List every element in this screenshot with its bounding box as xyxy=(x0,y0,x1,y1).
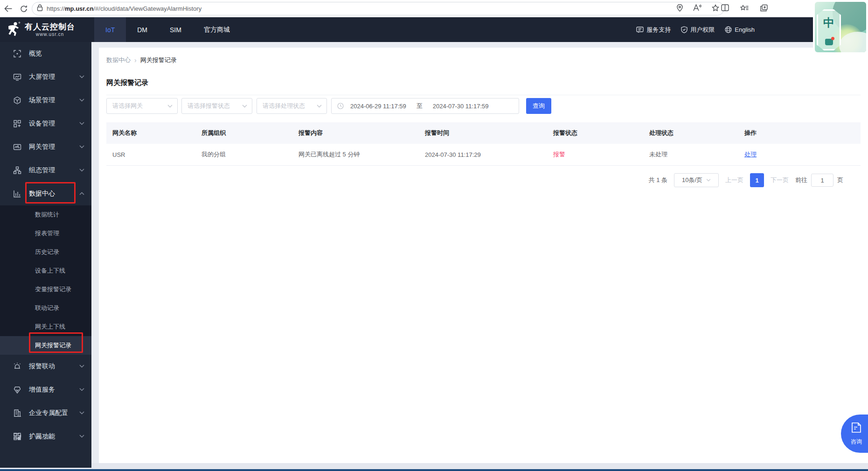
usr-logo-icon xyxy=(7,21,21,38)
window-bottom-edge xyxy=(0,469,868,471)
tab-mall[interactable]: 官方商城 xyxy=(193,17,241,42)
current-page-button[interactable]: 1 xyxy=(750,173,764,187)
page-size-select[interactable]: 10条/页 xyxy=(674,173,719,187)
logo[interactable]: 有人云控制台 www.usr.cn xyxy=(0,17,91,42)
sidebar-item-screen-mgmt[interactable]: 大屏管理 xyxy=(0,65,91,89)
cell-alarm-content: 网关已离线超过 5 分钟 xyxy=(299,150,425,159)
refresh-icon[interactable] xyxy=(16,4,32,13)
location-pin-icon[interactable] xyxy=(677,4,683,14)
pagination: 共 1 条 10条/页 上一页 1 下一页 前往 页 xyxy=(649,173,843,188)
tab-sim[interactable]: SIM xyxy=(159,17,193,42)
goto-page-input[interactable] xyxy=(811,174,833,187)
language-switch[interactable]: English xyxy=(725,26,755,33)
split-screen-icon[interactable] xyxy=(721,4,729,13)
device-icon xyxy=(13,120,21,128)
handle-status-select[interactable]: 请选择处理状态 xyxy=(257,98,327,114)
favorites-list-icon[interactable] xyxy=(740,4,749,14)
clock-icon xyxy=(337,103,344,109)
total-count: 共 1 条 xyxy=(649,176,667,184)
col-alarm-status: 报警状态 xyxy=(553,129,649,137)
globe-icon xyxy=(725,26,732,33)
sidebar-item-data-center[interactable]: 数据中心 xyxy=(0,182,91,205)
service-support[interactable]: 服务支持 xyxy=(636,26,671,34)
col-gateway-name: 网关名称 xyxy=(106,129,201,137)
sidebar-item-device-online-offline[interactable]: 设备上下线 xyxy=(0,261,91,280)
content-card: 数据中心 › 网关报警记录 网关报警记录 请选择网关 请选择报警状态 请选择处理… xyxy=(99,48,868,463)
top-nav: IoT DM SIM 官方商城 xyxy=(94,17,241,42)
url-text: https://mp.usr.cn/#/cloud/data/ViewGatew… xyxy=(47,5,677,12)
address-bar[interactable]: https://mp.usr.cn/#/cloud/data/ViewGatew… xyxy=(32,2,724,15)
tab-iot[interactable]: IoT xyxy=(94,17,126,42)
cell-alarm-time: 2024-07-30 11:17:29 xyxy=(425,151,553,158)
chevron-down-icon xyxy=(242,105,247,108)
cell-organization: 我的分组 xyxy=(201,150,299,159)
breadcrumb-current: 网关报警记录 xyxy=(140,56,177,64)
sidebar-item-enterprise-config[interactable]: 企业专属配置 xyxy=(0,401,91,425)
sidebar-item-value-added-services[interactable]: 增值服务 xyxy=(0,378,91,401)
chevron-down-icon xyxy=(79,388,84,391)
app-header: 有人云控制台 www.usr.cn IoT DM SIM 官方商城 服务支持 用… xyxy=(0,17,868,42)
next-page-button[interactable]: 下一页 xyxy=(771,176,789,184)
filter-bar: 请选择网关 请选择报警状态 请选择处理状态 2024-06-29 11:17:5… xyxy=(99,98,868,114)
date-end: 2024-07-30 11:17:59 xyxy=(433,103,489,110)
document-icon xyxy=(851,422,861,435)
handle-link[interactable]: 处理 xyxy=(744,151,757,158)
breadcrumb-parent[interactable]: 数据中心 xyxy=(106,56,131,64)
table-header-row: 网关名称 所属组织 报警内容 报警时间 报警状态 处理状态 操作 xyxy=(106,122,861,144)
promo-art[interactable]: 中 xyxy=(813,0,868,54)
page-title: 网关报警记录 xyxy=(106,78,148,87)
chevron-up-icon xyxy=(79,192,84,195)
sidebar-item-gateway-online-offline[interactable]: 网关上下线 xyxy=(0,317,91,336)
search-button[interactable]: 查询 xyxy=(526,98,551,114)
sidebar-item-gateway-alarm-records[interactable]: 网关报警记录 xyxy=(0,336,91,355)
sidebar-item-scene-mgmt[interactable]: 场景管理 xyxy=(0,89,91,112)
alarm-status-select[interactable]: 请选择报警状态 xyxy=(181,98,252,114)
sidebar-item-gateway-mgmt[interactable]: 网关管理 xyxy=(0,135,91,159)
cell-handle-status: 未处理 xyxy=(649,150,744,159)
gateway-select[interactable]: 请选择网关 xyxy=(106,98,178,114)
sidebar-item-overview[interactable]: 概览 xyxy=(0,42,91,65)
collections-icon[interactable] xyxy=(760,4,768,14)
overview-icon xyxy=(13,49,21,58)
favorite-star-icon[interactable] xyxy=(712,4,719,14)
screen-icon xyxy=(13,73,21,81)
sidebar-item-scada-mgmt[interactable]: 组态管理 xyxy=(0,159,91,182)
badge-char: 中 xyxy=(823,15,834,30)
chevron-down-icon xyxy=(706,179,711,182)
date-range-picker[interactable]: 2024-06-29 11:17:59 至 2024-07-30 11:17:5… xyxy=(331,98,519,114)
table-row: USR 我的分组 网关已离线超过 5 分钟 2024-07-30 11:17:2… xyxy=(106,144,861,166)
goto-suffix: 页 xyxy=(837,176,843,184)
badge-icon xyxy=(13,386,21,394)
tab-dm[interactable]: DM xyxy=(126,17,159,42)
gateway-icon xyxy=(13,143,21,151)
sidebar-item-variable-alarm-records[interactable]: 变量报警记录 xyxy=(0,280,91,299)
sidebar-item-linkage-records[interactable]: 联动记录 xyxy=(0,299,91,317)
user-permission[interactable]: 用户权限 xyxy=(681,26,715,34)
sidebar-item-device-mgmt[interactable]: 设备管理 xyxy=(0,112,91,135)
back-icon[interactable] xyxy=(0,4,16,13)
chat-icon xyxy=(636,27,644,33)
page-bottom-strip xyxy=(0,463,868,469)
chevron-down-icon xyxy=(317,105,322,108)
sidebar-collapse[interactable]: V6.3.4 xyxy=(0,427,91,447)
mascot-icon xyxy=(825,39,833,45)
chevron-down-icon xyxy=(79,411,84,415)
chevron-down-icon xyxy=(79,169,84,172)
prev-page-button[interactable]: 上一页 xyxy=(725,176,743,184)
sidebar-item-data-statistics[interactable]: 数据统计 xyxy=(0,205,91,224)
sidebar-item-history-records[interactable]: 历史记录 xyxy=(0,243,91,261)
data-center-icon xyxy=(13,190,21,198)
sidebar: 概览 大屏管理 场景管理 设备管理 网关管理 组态管理 数据中心 数据统计 报表… xyxy=(0,42,91,468)
read-aloud-icon[interactable] xyxy=(693,4,701,13)
col-actions: 操作 xyxy=(744,129,861,137)
col-handle-status: 处理状态 xyxy=(649,129,744,137)
scene-icon xyxy=(13,96,21,105)
app-title: 有人云控制台 xyxy=(25,22,75,32)
divider xyxy=(106,95,861,95)
sidebar-item-alarm-linkage[interactable]: 报警联动 xyxy=(0,355,91,378)
sidebar-item-report-mgmt[interactable]: 报表管理 xyxy=(0,224,91,243)
chevron-down-icon xyxy=(79,122,84,125)
browser-toolbar: https://mp.usr.cn/#/cloud/data/ViewGatew… xyxy=(0,0,868,17)
alarm-table: 网关名称 所属组织 报警内容 报警时间 报警状态 处理状态 操作 USR 我的分… xyxy=(106,122,861,166)
collapse-icon xyxy=(13,433,21,441)
